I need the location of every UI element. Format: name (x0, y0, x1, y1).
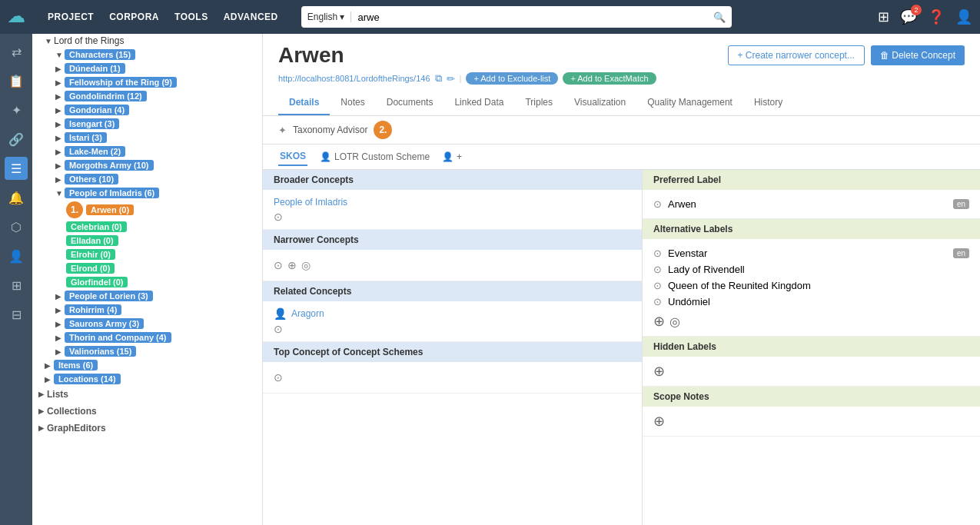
tab-details[interactable]: Details (278, 91, 330, 115)
alt-label-text-1: Lady of Rivendell (668, 264, 745, 275)
section-lists[interactable]: ▶ Lists (32, 386, 262, 403)
alt-label-edit-1[interactable]: ⊙ (653, 264, 662, 275)
exact-match-button[interactable]: + Add to ExactMatch (563, 72, 656, 85)
tab-triples[interactable]: Triples (514, 91, 563, 115)
user-icon[interactable]: 👤 (955, 8, 972, 25)
sidebar-icons: ⇄ 📋 ✦ 🔗 ☰ 🔔 ⬡ 👤 ⊞ ⊟ (0, 34, 32, 525)
link-icon[interactable]: 🔗 (5, 128, 28, 151)
tree-locations[interactable]: ▶ Locations (14) (32, 372, 262, 386)
scheme-tab-add[interactable]: 👤 + (442, 151, 462, 162)
delete-concept-button[interactable]: 🗑 Delete Concept (871, 45, 965, 65)
chat-badge: 2 (911, 5, 922, 15)
tab-history[interactable]: History (743, 91, 793, 115)
bell-icon[interactable]: 🔔 (5, 186, 28, 209)
concept-title: Arwen (278, 43, 344, 68)
tree-gondorian[interactable]: ▶ Gondorian (4) (32, 103, 262, 117)
alt-label-lang-0: en (953, 248, 969, 258)
section-grapheditors[interactable]: ▶ GraphEditors (32, 420, 262, 437)
add-narrower-circle-icon[interactable]: ◎ (301, 259, 311, 271)
tree-lorien[interactable]: ▶ People of Lorien (3) (32, 289, 262, 303)
preferred-label-header: Preferred Label (643, 170, 980, 190)
tree-items[interactable]: ▶ Items (6) (32, 358, 262, 372)
tree-isengart[interactable]: ▶ Isengart (3) (32, 117, 262, 131)
tree-imladris[interactable]: ▼ People of Imladris (6) (32, 186, 262, 200)
hidden-labels-section: Hidden Labels ⊕ (643, 337, 980, 387)
tree-characters[interactable]: ▼ Characters (15) (32, 48, 262, 61)
tree-morgoths[interactable]: ▶ Morgoths Army (10) (32, 158, 262, 172)
nav-corpora[interactable]: CORPORA (109, 12, 159, 22)
details-content: Broader Concepts People of Imladris ⊙ Na… (263, 170, 980, 525)
tree-dunedain[interactable]: ▶ Dúnedain (1) (32, 61, 262, 75)
alt-label-text-0: Evenstar (668, 248, 707, 259)
tree-gondolindrim[interactable]: ▶ Gondolindrim (12) (32, 89, 262, 103)
exclude-list-button[interactable]: + Add to Exclude-list (466, 72, 558, 85)
tree-others[interactable]: ▶ Others (10) (32, 172, 262, 186)
tab-visualization[interactable]: Visualization (563, 91, 636, 115)
layers-icon[interactable]: ⊞ (5, 274, 28, 297)
edit-related-icon[interactable]: ⊙ (274, 323, 283, 335)
search-input[interactable] (357, 12, 713, 23)
edit-narrower-icon[interactable]: ⊙ (274, 259, 283, 271)
chat-icon[interactable]: 💬 2 (900, 8, 917, 25)
alt-label-edit-0[interactable]: ⊙ (653, 248, 662, 259)
alt-label-edit-2[interactable]: ⊙ (653, 280, 662, 291)
tree-glorfindel[interactable]: Glorfindel (0) (32, 275, 262, 289)
concept-url-link[interactable]: http://localhost:8081/LordoftheRings/146 (278, 74, 430, 83)
nav-project[interactable]: PROJECT (48, 12, 94, 22)
language-selector[interactable]: English ▾ (307, 12, 352, 22)
copy-icon[interactable]: ⧉ (435, 72, 442, 85)
add-scope-note-button[interactable]: ⊕ (653, 414, 665, 429)
concept-header: Arwen + Create narrower concept... 🗑 Del… (263, 34, 980, 116)
tree-elladan[interactable]: Elladan (0) (32, 234, 262, 248)
alt-label-edit-3[interactable]: ⊙ (653, 296, 662, 307)
nav-tools[interactable]: TOOLS (174, 12, 208, 22)
related-person-icon: 👤 (274, 307, 287, 320)
scheme-tab-skos[interactable]: SKOS (278, 148, 307, 166)
preferred-label-edit-icon[interactable]: ⊙ (653, 198, 662, 210)
person-icon[interactable]: 👤 (5, 244, 28, 267)
broader-concept-link[interactable]: People of Imladris (274, 197, 347, 208)
tree-istari[interactable]: ▶ Istari (3) (32, 131, 262, 145)
add-alt-label-button[interactable]: ⊕ (653, 313, 665, 330)
tree-valinorians[interactable]: ▶ Valinorians (15) (32, 344, 262, 358)
hidden-labels-header: Hidden Labels (643, 337, 980, 357)
swap-icon[interactable]: ⇄ (5, 40, 28, 63)
preferred-label-lang: en (953, 199, 969, 209)
tree-elrohir[interactable]: Elrohir (0) (32, 248, 262, 261)
tree-celebrian[interactable]: Celebrian (0) (32, 220, 262, 234)
tree-saurons[interactable]: ▶ Saurons Army (3) (32, 317, 262, 331)
alt-label-evenstar: ⊙ Evenstar en (653, 245, 969, 261)
tree-lakemen[interactable]: ▶ Lake-Men (2) (32, 145, 262, 158)
create-narrower-button[interactable]: + Create narrower concept... (728, 45, 865, 65)
preferred-label-body: ⊙ Arwen en (643, 190, 980, 218)
graph-icon[interactable]: ⬡ (5, 215, 28, 238)
tab-quality-management[interactable]: Quality Management (636, 91, 743, 115)
tree-thorin[interactable]: ▶ Thorin and Company (4) (32, 331, 262, 344)
stack-icon[interactable]: ⊟ (5, 303, 28, 326)
list-icon[interactable]: ☰ (5, 157, 28, 180)
edit-top-concept-icon[interactable]: ⊙ (274, 371, 283, 384)
help-icon[interactable]: ❓ (928, 8, 945, 25)
nav-advanced[interactable]: ADVANCED (224, 12, 278, 22)
add-alt-label-circle[interactable]: ◎ (669, 314, 680, 329)
tree-arwen[interactable]: Arwen (0) (86, 204, 134, 215)
tab-documents[interactable]: Documents (376, 91, 444, 115)
edit-broader-icon[interactable]: ⊙ (274, 211, 283, 223)
tree-root[interactable]: ▼ Lord of the Rings (32, 34, 262, 48)
related-concept-link[interactable]: Aragorn (291, 308, 324, 319)
tree-fellowship[interactable]: ▶ Fellowship of the Ring (9) (32, 75, 262, 89)
grid-icon[interactable]: ⊞ (878, 8, 889, 25)
alternative-labels-section: Alternative Labels ⊙ Evenstar en ⊙ Lady … (643, 219, 980, 337)
edit-icon[interactable]: ✏ (447, 73, 455, 85)
tree-rohirrim[interactable]: ▶ Rohirrim (4) (32, 303, 262, 317)
star-icon[interactable]: ✦ (5, 98, 28, 121)
section-collections[interactable]: ▶ Collections (32, 403, 262, 420)
tree-elrond[interactable]: Elrond (0) (32, 261, 262, 275)
document-icon[interactable]: 📋 (5, 69, 28, 92)
search-icon[interactable]: 🔍 (713, 12, 726, 23)
add-hidden-label-button[interactable]: ⊕ (653, 364, 665, 379)
tab-notes[interactable]: Notes (330, 91, 375, 115)
add-narrower-icon[interactable]: ⊕ (287, 259, 297, 271)
tab-linked-data[interactable]: Linked Data (443, 91, 514, 115)
scheme-tab-lotr[interactable]: 👤 LOTR Custom Scheme (320, 151, 430, 162)
